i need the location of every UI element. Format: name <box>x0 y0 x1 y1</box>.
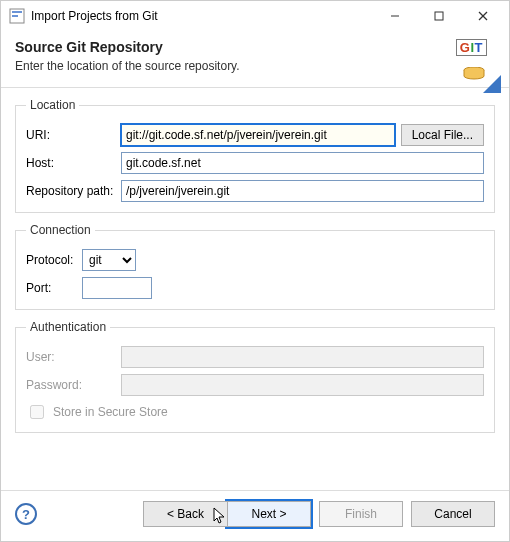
git-icon: GIT <box>456 39 487 56</box>
store-secure-label: Store in Secure Store <box>53 405 168 419</box>
uri-label: URI: <box>26 128 121 142</box>
host-label: Host: <box>26 156 121 170</box>
finish-button: Finish <box>319 501 403 527</box>
authentication-group: Authentication User: Password: Store in … <box>15 320 495 433</box>
protocol-label: Protocol: <box>26 253 82 267</box>
authentication-legend: Authentication <box>26 320 110 334</box>
location-group: Location URI: Local File... Host: Reposi… <box>15 98 495 213</box>
svg-rect-4 <box>435 12 443 20</box>
location-legend: Location <box>26 98 79 112</box>
title-bar: Import Projects from Git <box>1 1 509 31</box>
port-label: Port: <box>26 281 82 295</box>
wizard-header: Source Git Repository Enter the location… <box>1 31 509 79</box>
local-file-button[interactable]: Local File... <box>401 124 484 146</box>
git-logo: GIT <box>445 37 501 93</box>
minimize-button[interactable] <box>373 2 417 30</box>
next-button[interactable]: Next > <box>227 501 311 527</box>
maximize-button[interactable] <box>417 2 461 30</box>
password-label: Password: <box>26 378 121 392</box>
page-title: Source Git Repository <box>15 39 495 55</box>
store-secure-checkbox: Store in Secure Store <box>26 402 484 422</box>
window-title: Import Projects from Git <box>31 9 373 23</box>
port-input[interactable] <box>82 277 152 299</box>
uri-input[interactable] <box>121 124 395 146</box>
cancel-button[interactable]: Cancel <box>411 501 495 527</box>
svg-rect-1 <box>12 11 22 13</box>
app-icon <box>9 8 25 24</box>
repo-path-label: Repository path: <box>26 184 121 198</box>
user-input <box>121 346 484 368</box>
connection-legend: Connection <box>26 223 95 237</box>
back-button[interactable]: < Back <box>143 501 227 527</box>
repository-icon <box>463 67 485 81</box>
connection-group: Connection Protocol: git Port: <box>15 223 495 310</box>
help-button[interactable]: ? <box>15 503 37 525</box>
close-button[interactable] <box>461 2 505 30</box>
wizard-footer: ? < Back Next > Finish Cancel <box>1 490 509 541</box>
repo-path-input[interactable] <box>121 180 484 202</box>
password-input <box>121 374 484 396</box>
page-subtitle: Enter the location of the source reposit… <box>15 59 495 73</box>
protocol-select[interactable]: git <box>82 249 136 271</box>
store-secure-checkbox-input <box>30 405 44 419</box>
svg-rect-2 <box>12 15 18 17</box>
host-input[interactable] <box>121 152 484 174</box>
user-label: User: <box>26 350 121 364</box>
